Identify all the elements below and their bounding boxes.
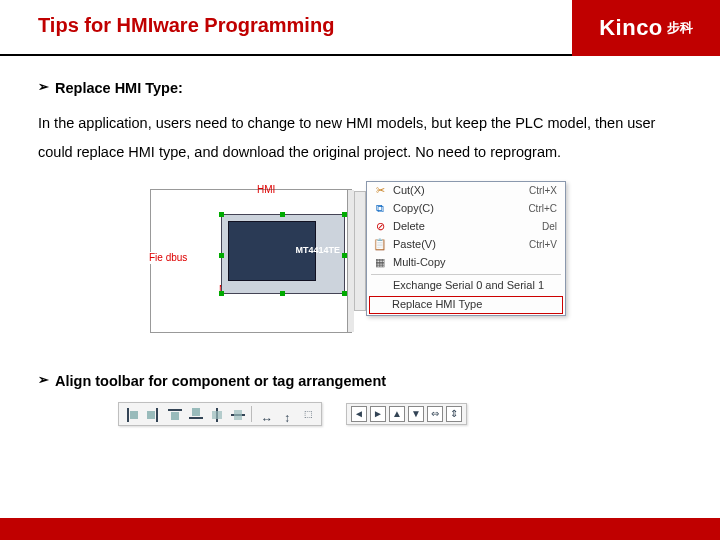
bullet-icon: ➢: [38, 367, 49, 396]
align-right-button[interactable]: [144, 405, 162, 423]
equal-width-button[interactable]: [257, 405, 275, 423]
menu-delete-shortcut: Del: [542, 221, 557, 233]
equal-height-button[interactable]: [278, 405, 296, 423]
brand-name: Kinco: [599, 15, 663, 41]
paste-icon: 📋: [371, 238, 389, 251]
canvas-grid: HMI Fie dbus Net MT4414TE: [150, 189, 352, 333]
resize-handle[interactable]: [342, 291, 347, 296]
menu-copy-shortcut: Ctrl+C: [528, 203, 557, 215]
distribute-v-button[interactable]: ⇕: [446, 406, 462, 422]
delete-icon: ⊘: [371, 220, 389, 233]
resize-handle[interactable]: [219, 253, 224, 258]
align-toolbar-group-2: ◄ ► ▲ ▼ ⇔ ⇕: [346, 403, 467, 425]
replace-hmi-figure: HMI Fie dbus Net MT4414TE ✂ Cut(X) Ctrl: [150, 181, 570, 341]
align-bottom-button[interactable]: [186, 405, 204, 423]
resize-handle[interactable]: [280, 291, 285, 296]
multicopy-icon: ▦: [371, 256, 389, 269]
section2-heading: Align toolbar for component or tag arran…: [55, 367, 386, 396]
menu-multicopy[interactable]: ▦ Multi-Copy: [367, 254, 565, 272]
menu-multicopy-label: Multi-Copy: [389, 256, 557, 269]
cut-icon: ✂: [371, 184, 389, 197]
menu-copy-label: Copy(C): [389, 202, 528, 215]
hmi-label: HMI: [257, 184, 275, 196]
resize-handle[interactable]: [342, 212, 347, 217]
hmi-device[interactable]: MT4414TE: [221, 214, 345, 294]
resize-handle[interactable]: [280, 212, 285, 217]
menu-paste[interactable]: 📋 Paste(V) Ctrl+V: [367, 236, 565, 254]
nudge-right-button[interactable]: ►: [370, 406, 386, 422]
menu-exchange-label: Exchange Serial 0 and Serial 1: [389, 279, 557, 292]
bullet-icon: ➢: [38, 74, 49, 103]
copy-icon: ⧉: [371, 202, 389, 215]
resize-handle[interactable]: [219, 212, 224, 217]
menu-delete[interactable]: ⊘ Delete Del: [367, 218, 565, 236]
menu-paste-label: Paste(V): [389, 238, 529, 251]
menu-exchange-serial[interactable]: Exchange Serial 0 and Serial 1: [367, 277, 565, 295]
align-left-button[interactable]: [123, 405, 141, 423]
brand-sub: 步科: [667, 19, 693, 37]
align-top-button[interactable]: [165, 405, 183, 423]
nudge-down-button[interactable]: ▼: [408, 406, 424, 422]
menu-cut[interactable]: ✂ Cut(X) Ctrl+X: [367, 182, 565, 200]
resize-handle[interactable]: [342, 253, 347, 258]
menu-cut-label: Cut(X): [389, 184, 529, 197]
section1-heading: Replace HMI Type:: [55, 74, 183, 103]
menu-cut-shortcut: Ctrl+X: [529, 185, 557, 197]
resize-handle[interactable]: [219, 291, 224, 296]
brand-logo: Kinco 步科: [572, 0, 720, 56]
hmi-model: MT4414TE: [295, 245, 340, 256]
equal-size-button[interactable]: ⬚: [299, 405, 317, 423]
menu-separator: [371, 274, 561, 275]
menu-copy[interactable]: ⧉ Copy(C) Ctrl+C: [367, 200, 565, 218]
menu-delete-label: Delete: [389, 220, 542, 233]
context-menu-gutter: [354, 191, 366, 311]
align-toolbar-group-1: ⬚: [118, 402, 322, 426]
menu-replace-hmi-type[interactable]: Replace HMI Type: [369, 296, 563, 314]
distribute-h-button[interactable]: ⇔: [427, 406, 443, 422]
align-vcenter-button[interactable]: [207, 405, 225, 423]
nudge-up-button[interactable]: ▲: [389, 406, 405, 422]
menu-paste-shortcut: Ctrl+V: [529, 239, 557, 251]
fieldbus-label: Fie dbus: [149, 252, 187, 264]
page-title: Tips for HMIware Programming: [38, 14, 572, 37]
menu-replace-label: Replace HMI Type: [392, 298, 482, 311]
toolbar-separator: [251, 406, 252, 422]
align-hcenter-button[interactable]: [228, 405, 246, 423]
section1-body: In the application, users need to change…: [38, 109, 682, 167]
context-menu: ✂ Cut(X) Ctrl+X ⧉ Copy(C) Ctrl+C ⊘ Delet…: [366, 181, 566, 316]
footer-bar: [0, 518, 720, 540]
nudge-left-button[interactable]: ◄: [351, 406, 367, 422]
